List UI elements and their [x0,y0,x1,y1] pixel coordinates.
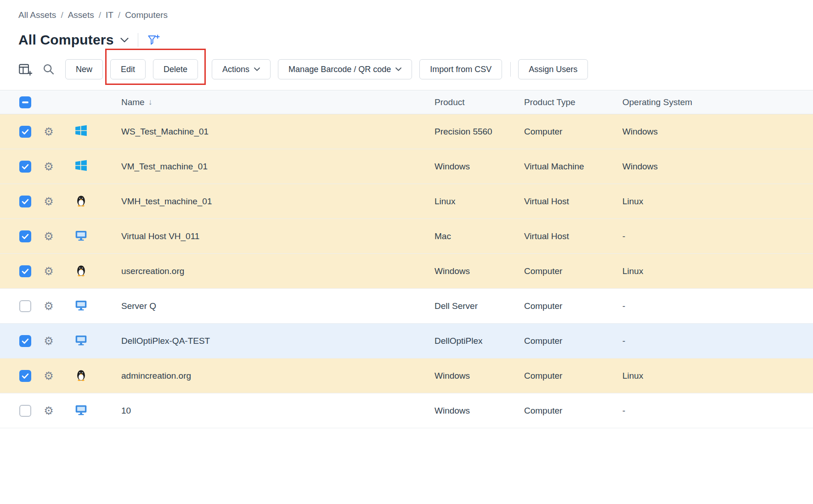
assign-users-button[interactable]: Assign Users [518,59,588,79]
os-cell: - [622,231,813,241]
gear-icon[interactable]: ⚙ [44,231,54,242]
actions-button[interactable]: Actions [212,59,271,79]
product-cell: Windows [435,162,524,172]
gear-icon[interactable]: ⚙ [44,266,54,277]
table-row: ⚙ Virtual Host VH_011 Mac Virtual Host - [0,219,813,254]
breadcrumb-computers: Computers [125,10,168,20]
product-type-cell: Computer [524,127,622,137]
table-row: ⚙ usercreation.org Windows Computer Linu… [0,254,813,289]
product-cell: Dell Server [435,301,524,311]
product-type-cell: Virtual Host [524,231,622,241]
row-checkbox[interactable] [19,370,31,382]
asset-name-link[interactable]: 10 [121,406,131,416]
product-type-cell: Computer [524,266,622,276]
breadcrumb-assets[interactable]: Assets [68,10,94,20]
product-type-cell: Computer [524,406,622,416]
os-cell: Linux [622,196,813,207]
os-cell: Linux [622,371,813,381]
search-icon[interactable] [42,63,55,76]
monitor-icon [75,299,87,314]
row-checkbox[interactable] [19,335,31,347]
linux-penguin-icon [75,369,87,383]
gear-icon[interactable]: ⚙ [44,161,54,172]
table-row: ⚙ WS_Test_Machine_01 Precision 5560 Comp… [0,114,813,149]
gear-icon[interactable]: ⚙ [44,336,54,347]
select-all-checkbox[interactable] [19,96,31,108]
computers-table: Name ↓ Product Product Type Operating Sy… [0,90,813,428]
product-cell: Mac [435,231,524,241]
table-row: ⚙ Server Q Dell Server Computer - [0,289,813,324]
asset-name-link[interactable]: usercreation.org [121,266,184,276]
actions-button-label: Actions [222,65,249,74]
os-cell: - [622,406,813,416]
breadcrumb: All Assets / Assets / IT / Computers [0,0,813,20]
os-cell: - [622,336,813,346]
gear-icon[interactable]: ⚙ [44,196,54,207]
delete-button[interactable]: Delete [153,59,198,79]
edit-button[interactable]: Edit [110,59,146,79]
product-cell: Windows [435,371,524,381]
chevron-down-icon [395,67,401,71]
row-checkbox[interactable] [19,196,31,207]
gear-icon[interactable]: ⚙ [44,370,54,381]
monitor-icon [75,334,87,348]
title-divider [138,33,138,47]
manage-barcode-qr-label: Manage Barcode / QR code [288,65,391,74]
filter-plus-icon[interactable] [147,34,160,46]
row-checkbox[interactable] [19,300,31,312]
toolbar: New Edit Delete Actions Manage Barcode /… [18,59,813,80]
os-cell: Windows [622,162,813,172]
table-row: ⚙ DellOptiPlex-QA-TEST DellOptiPlex Comp… [0,324,813,358]
monitor-icon [75,229,87,244]
row-checkbox[interactable] [19,230,31,242]
breadcrumb-separator: / [99,10,101,20]
gear-icon[interactable]: ⚙ [44,301,54,312]
windows-icon [75,124,87,139]
column-header-operating-system[interactable]: Operating System [622,97,813,107]
row-checkbox[interactable] [19,161,31,173]
breadcrumb-it[interactable]: IT [106,10,113,20]
product-type-cell: Computer [524,301,622,311]
product-cell: Linux [435,196,524,207]
product-type-cell: Computer [524,336,622,346]
windows-icon [75,159,87,174]
product-type-cell: Computer [524,371,622,381]
column-header-product-type[interactable]: Product Type [524,97,622,107]
title-row: All Computers [18,32,813,48]
asset-name-link[interactable]: VM_Test_machine_01 [121,162,208,172]
product-cell: Precision 5560 [435,127,524,137]
linux-penguin-icon [75,194,87,209]
breadcrumb-all-assets[interactable]: All Assets [18,10,56,20]
column-header-name[interactable]: Name [121,97,145,107]
asset-name-link[interactable]: VMH_test_machine_01 [121,196,212,207]
table-row: ⚙ VM_Test_machine_01 Windows Virtual Mac… [0,149,813,184]
chevron-down-icon [254,67,260,71]
gear-icon[interactable]: ⚙ [44,126,54,137]
product-cell: DellOptiPlex [435,336,524,346]
row-checkbox[interactable] [19,126,31,138]
column-chooser-table-plus-icon[interactable] [18,62,32,76]
page-title: All Computers [18,32,114,48]
sort-descending-icon: ↓ [148,97,152,107]
breadcrumb-separator: / [118,10,120,20]
linux-penguin-icon [75,264,87,279]
monitor-icon [75,403,87,418]
product-cell: Windows [435,406,524,416]
view-selector-chevron-down-icon[interactable] [120,38,129,43]
asset-name-link[interactable]: DellOptiPlex-QA-TEST [121,336,210,346]
asset-name-link[interactable]: WS_Test_Machine_01 [121,127,209,137]
import-from-csv-button[interactable]: Import from CSV [419,59,502,79]
row-checkbox[interactable] [19,405,31,417]
asset-name-link[interactable]: Virtual Host VH_011 [121,231,199,241]
column-header-product[interactable]: Product [435,97,524,107]
row-checkbox[interactable] [19,265,31,277]
asset-name-link[interactable]: Server Q [121,301,156,311]
table-row: ⚙ admincreation.org Windows Computer Lin… [0,358,813,393]
breadcrumb-separator: / [61,10,63,20]
asset-name-link[interactable]: admincreation.org [121,371,191,381]
gear-icon[interactable]: ⚙ [44,405,54,416]
edit-delete-button-group: Edit Delete [110,59,198,79]
os-cell: - [622,301,813,311]
manage-barcode-qr-button[interactable]: Manage Barcode / QR code [278,59,412,79]
new-button[interactable]: New [65,59,103,79]
